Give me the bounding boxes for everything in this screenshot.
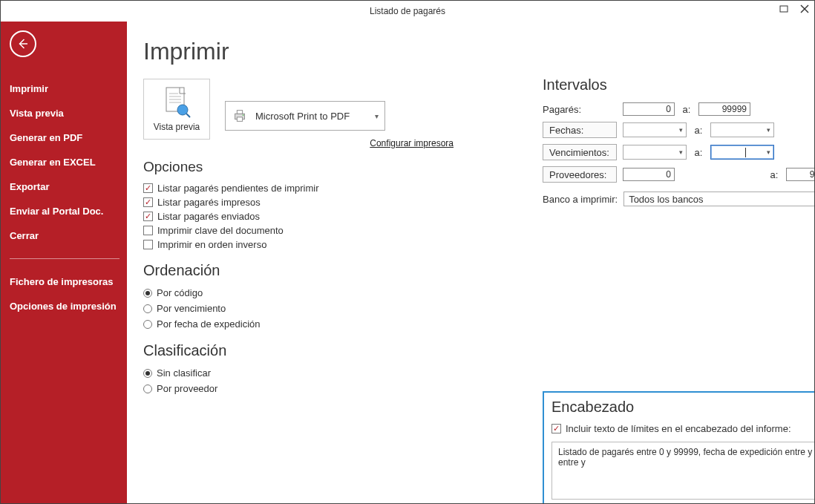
proveedores-to-input[interactable]: 99999 — [786, 168, 815, 181]
opcion-row: Imprimir clave del documento — [143, 223, 805, 238]
chevron-down-icon: ▾ — [679, 126, 683, 134]
vencimientos-button[interactable]: Vencimientos: — [543, 144, 617, 160]
vencimientos-from-input[interactable]: ▾ — [623, 145, 687, 160]
chevron-down-icon: ▾ — [679, 148, 683, 156]
back-button[interactable] — [10, 30, 36, 57]
intervalos-heading: Intervalos — [543, 76, 815, 94]
ordenacion-row: Por código — [143, 285, 805, 301]
sidebar-item-cerrar[interactable]: Cerrar — [10, 223, 120, 248]
opcion-label: Listar pagarés pendientes de imprimir — [157, 183, 319, 194]
ordenacion-label: Por vencimiento — [157, 303, 226, 314]
clasificacion-radio[interactable] — [143, 384, 152, 393]
sidebar-item-enviar-portal[interactable]: Enviar al Portal Doc. — [10, 199, 120, 223]
close-icon[interactable] — [799, 4, 810, 14]
ordenacion-label: Por fecha de expedición — [157, 318, 260, 330]
proveedores-from-input[interactable]: 0 — [623, 168, 675, 181]
ordenacion-radio[interactable] — [143, 304, 152, 313]
chevron-down-icon: ▾ — [767, 126, 770, 134]
ordenacion-label: Por código — [157, 287, 203, 298]
printer-name: Microsoft Print to PDF — [255, 111, 350, 122]
svg-point-14 — [243, 114, 244, 116]
svg-line-10 — [186, 114, 190, 117]
opcion-label: Listar pagarés impresos — [157, 197, 261, 208]
proveedores-button[interactable]: Proveedores: — [543, 166, 617, 183]
opcion-checkbox[interactable] — [143, 183, 153, 193]
clasificacion-row: Sin clasificar — [143, 365, 805, 381]
clasificacion-radio[interactable] — [143, 369, 152, 378]
ordenacion-radio[interactable] — [143, 289, 152, 298]
clasificacion-label: Por proveedor — [157, 383, 217, 394]
encabezado-textarea[interactable]: Listado de pagarés entre 0 y 99999, fech… — [551, 442, 815, 500]
main-panel: Imprimir Vista previa — [127, 22, 814, 504]
a-separator: a: — [768, 169, 780, 180]
sidebar-item-exportar[interactable]: Exportar — [10, 174, 120, 199]
pagares-label: Pagarés: — [543, 104, 617, 115]
fechas-button[interactable]: Fechas: — [543, 122, 617, 138]
sidebar-item-vista-previa[interactable]: Vista previa — [10, 101, 120, 125]
vista-previa-label: Vista previa — [154, 122, 200, 132]
chevron-down-icon: ▾ — [375, 112, 379, 120]
chevron-down-icon: ▾ — [767, 148, 770, 156]
pagares-to-input[interactable]: 99999 — [698, 102, 750, 116]
window-title: Listado de pagarés — [370, 6, 445, 16]
ordenacion-row: Por fecha de expedición — [143, 316, 805, 332]
svg-rect-0 — [780, 6, 788, 12]
pagares-from-input[interactable]: 0 — [623, 102, 675, 116]
sidebar-item-fichero-impresoras[interactable]: Fichero de impresoras — [10, 269, 120, 294]
configurar-impresora-link[interactable]: Configurar impresora — [225, 138, 454, 148]
sidebar-item-imprimir[interactable]: Imprimir — [10, 76, 120, 101]
opcion-label: Imprimir clave del documento — [157, 225, 284, 236]
ordenacion-radio[interactable] — [143, 320, 152, 329]
sidebar-item-generar-excel[interactable]: Generar en EXCEL — [10, 150, 120, 174]
vencimientos-to-input[interactable]: ▾ — [710, 145, 774, 160]
a-separator: a: — [693, 147, 704, 158]
opcion-row: Imprimir en orden inverso — [143, 238, 805, 252]
sidebar: Imprimir Vista previa Generar en PDF Gen… — [1, 22, 127, 504]
svg-rect-12 — [237, 111, 242, 114]
fechas-to-input[interactable]: ▾ — [710, 122, 774, 137]
opcion-checkbox[interactable] — [143, 226, 153, 235]
a-separator: a: — [693, 125, 704, 136]
opcion-checkbox[interactable] — [143, 197, 153, 207]
opcion-checkbox[interactable] — [143, 212, 153, 221]
document-preview-icon — [162, 86, 192, 119]
a-separator: a: — [681, 104, 693, 115]
vista-previa-button[interactable]: Vista previa — [143, 79, 210, 140]
opcion-label: Listar pagarés enviados — [157, 211, 260, 222]
svg-point-9 — [177, 105, 188, 115]
clasificacion-heading: Clasificación — [143, 342, 805, 359]
ordenacion-heading: Ordenación — [143, 262, 805, 279]
fechas-from-input[interactable]: ▾ — [623, 122, 687, 137]
clasificacion-label: Sin clasificar — [157, 367, 211, 379]
banco-select[interactable]: Todos los bancos ▾ — [623, 192, 815, 206]
title-bar: Listado de pagarés — [1, 1, 814, 22]
encabezado-panel: Encabezado Incluir texto de límites en e… — [543, 391, 815, 504]
banco-value: Todos los bancos — [629, 194, 703, 205]
page-title: Imprimir — [143, 38, 805, 65]
svg-rect-13 — [237, 117, 242, 122]
maximize-icon[interactable] — [779, 4, 789, 14]
printer-select[interactable]: Microsoft Print to PDF ▾ — [225, 101, 385, 131]
opcion-checkbox[interactable] — [143, 240, 153, 249]
encabezado-text: Listado de pagarés entre 0 y 99999, fech… — [558, 447, 815, 468]
sidebar-item-generar-pdf[interactable]: Generar en PDF — [10, 125, 120, 150]
banco-label: Banco a imprimir: — [543, 194, 618, 205]
encabezado-heading: Encabezado — [551, 399, 815, 416]
incluir-texto-checkbox[interactable] — [551, 424, 561, 433]
ordenacion-row: Por vencimiento — [143, 301, 805, 316]
sidebar-item-opciones-impresion[interactable]: Opciones de impresión — [10, 294, 120, 318]
sidebar-separator — [10, 258, 120, 259]
opcion-label: Imprimir en orden inverso — [157, 239, 266, 250]
opcion-row: Listar pagarés enviados — [143, 209, 805, 223]
printer-icon — [232, 108, 248, 124]
incluir-texto-label: Incluir texto de límites en el encabezad… — [566, 423, 791, 434]
